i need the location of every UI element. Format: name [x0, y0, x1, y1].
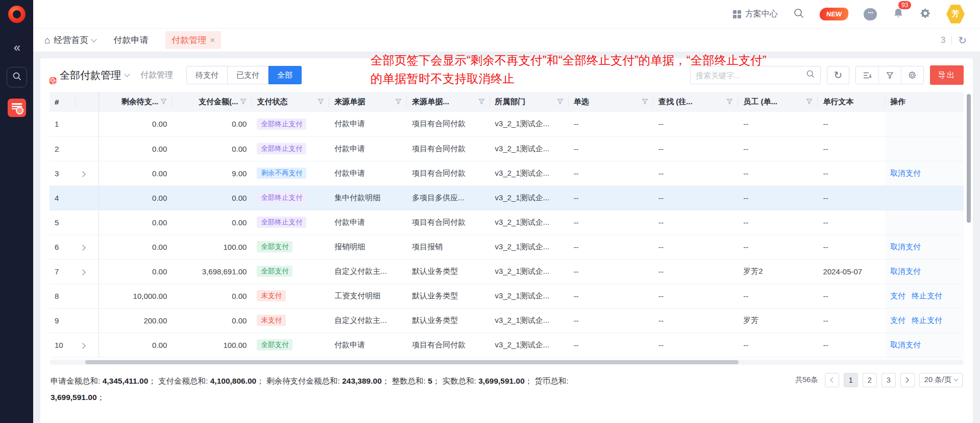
- filter-funnel-icon[interactable]: [395, 98, 402, 106]
- employee-cell: --: [738, 112, 818, 136]
- expand-cell[interactable]: [76, 161, 99, 185]
- filter-funnel-icon[interactable]: [160, 98, 167, 106]
- next-page-button[interactable]: [900, 373, 915, 387]
- refresh-page-icon[interactable]: ↻: [958, 34, 967, 46]
- tab-business-home[interactable]: ⌂ 经营首页: [44, 34, 96, 46]
- segment-待支付[interactable]: 待支付: [186, 66, 228, 84]
- view-title[interactable]: 全部付款管理: [60, 68, 121, 82]
- search-input[interactable]: [696, 71, 806, 80]
- prev-page-button[interactable]: [825, 373, 839, 387]
- filter-funnel-icon[interactable]: [806, 98, 813, 106]
- table-row[interactable]: 40.000.00全部终止支付集中付款明细多项目多供应...v3_2_1测试企.…: [50, 185, 964, 210]
- table-row[interactable]: 100.00100.00全部支付付款申请项目有合同付款v3_2_1测试企...-…: [50, 333, 964, 357]
- sidebar-search-button[interactable]: [7, 67, 27, 87]
- tab-payment-request[interactable]: 付款申请: [113, 34, 148, 46]
- column-header-department[interactable]: 所属部门: [490, 92, 569, 112]
- action-link-取消支付[interactable]: 取消支付: [890, 242, 921, 251]
- tab-payment-manage[interactable]: 付款管理 ×: [165, 31, 220, 49]
- segment-已支付[interactable]: 已支付: [228, 66, 268, 84]
- expand-cell: [76, 308, 99, 333]
- content-area: 全部付款管理 付款管理 待支付已支付全部 ↻: [33, 52, 980, 423]
- close-icon[interactable]: ×: [210, 36, 214, 45]
- employee-cell: 罗芳: [738, 308, 818, 333]
- remaining-amount-cell: 0.00: [99, 234, 173, 259]
- page-button-2[interactable]: 2: [863, 373, 877, 387]
- view-subtitle[interactable]: 付款管理: [140, 70, 173, 81]
- settings-gear-icon[interactable]: [920, 8, 931, 21]
- source-doc-cell: 自定义付款主...: [329, 308, 407, 333]
- filter-funnel-icon[interactable]: [642, 98, 648, 106]
- table-row[interactable]: 10.000.00全部终止支付付款申请项目有合同付款v3_2_1测试企...--…: [50, 112, 964, 136]
- page-size-select[interactable]: 20 条/页: [919, 373, 963, 387]
- expand-chevron-icon[interactable]: [80, 171, 86, 177]
- sort-settings-icon[interactable]: [856, 66, 878, 84]
- action-link-支付[interactable]: 支付: [890, 316, 905, 324]
- table-row[interactable]: 9200.000.00未支付自定义付款主...默认业务类型v3_2_1测试企..…: [50, 308, 964, 333]
- new-badge[interactable]: NEW: [819, 8, 849, 20]
- page-button-1[interactable]: 1: [844, 373, 858, 387]
- column-header-lookup[interactable]: 查找 (往...: [653, 92, 738, 112]
- filter-funnel-icon[interactable]: [240, 98, 247, 106]
- status-badge: 剩余不再支付: [257, 168, 306, 179]
- export-button[interactable]: 导出: [930, 65, 964, 85]
- column-header-status[interactable]: 支付状态: [252, 92, 329, 112]
- payment-status-cell: 未支付: [252, 284, 329, 308]
- column-header-radio[interactable]: 单选: [569, 92, 653, 112]
- table-row[interactable]: 50.000.00全部终止支付付款申请项目有合同付款v3_2_1测试企...--…: [50, 210, 964, 234]
- filter-icon[interactable]: [878, 66, 901, 84]
- expand-cell[interactable]: [76, 333, 99, 357]
- table-row[interactable]: 60.00100.00全部支付报销明细项目报销v3_2_1测试企...-----…: [50, 234, 964, 259]
- expand-chevron-icon[interactable]: [80, 245, 86, 250]
- message-icon[interactable]: [864, 8, 877, 20]
- column-header-remaining[interactable]: 剩余待支...: [99, 92, 173, 112]
- view-title-chevron-down-icon[interactable]: [124, 71, 130, 77]
- collapse-sidebar-icon[interactable]: «: [14, 41, 19, 54]
- expand-cell[interactable]: [76, 259, 99, 284]
- app-logo-icon[interactable]: [8, 6, 26, 23]
- action-link-终止支付[interactable]: 终止支付: [912, 316, 942, 324]
- search-icon[interactable]: [806, 69, 815, 81]
- column-header-amount[interactable]: 支付金额(...: [172, 92, 252, 112]
- expand-chevron-icon[interactable]: [80, 269, 86, 275]
- paid-amount-cell: 0.00: [172, 308, 252, 333]
- column-header-source_type[interactable]: 来源单据...: [407, 92, 489, 112]
- source-type-cell: 项目有合同付款: [407, 333, 489, 357]
- tab-business-home-label: 经营首页: [54, 34, 88, 46]
- column-header-source_doc[interactable]: 来源单据: [329, 92, 407, 112]
- page-button-3[interactable]: 3: [881, 373, 896, 387]
- expand-cell[interactable]: [76, 234, 99, 259]
- vertical-scrollbar[interactable]: [967, 94, 971, 223]
- refresh-icon: ↻: [834, 69, 843, 81]
- table-row[interactable]: 70.003,698,691.00全部支付自定义付款主...默认业务类型v3_2…: [50, 259, 964, 284]
- table-row[interactable]: 20.000.00全部终止支付付款申请项目有合同付款v3_2_1测试企...--…: [50, 136, 964, 161]
- table-row[interactable]: 810,000.000.00未支付工资支付明细默认业务类型v3_2_1测试企..…: [50, 284, 964, 308]
- department-cell: v3_2_1测试企...: [490, 136, 569, 161]
- segment-全部[interactable]: 全部: [268, 66, 302, 84]
- department-cell: v3_2_1测试企...: [490, 112, 569, 136]
- refresh-table-button[interactable]: ↻: [827, 66, 849, 84]
- action-link-取消支付[interactable]: 取消支付: [890, 267, 921, 275]
- department-cell: v3_2_1测试企...: [490, 161, 569, 185]
- action-link-支付[interactable]: 支付: [890, 291, 905, 300]
- filter-funnel-icon[interactable]: [557, 98, 564, 106]
- department-cell: v3_2_1测试企...: [490, 308, 569, 333]
- expand-chevron-icon[interactable]: [80, 343, 86, 348]
- filter-funnel-icon[interactable]: [317, 98, 324, 106]
- column-settings-gear-icon[interactable]: [901, 66, 923, 84]
- column-header-employee[interactable]: 员工 (单...: [738, 92, 818, 112]
- row-number-cell: 6: [50, 234, 76, 259]
- action-link-取消支付[interactable]: 取消支付: [890, 169, 921, 177]
- filter-funnel-icon[interactable]: [478, 98, 485, 106]
- action-link-取消支付[interactable]: 取消支付: [890, 340, 921, 349]
- lookup-cell: --: [653, 185, 738, 210]
- filter-funnel-icon[interactable]: [726, 98, 733, 106]
- solution-center-button[interactable]: 方案中心: [733, 9, 778, 19]
- top-header: 方案中心 NEW 93 芳: [33, 0, 980, 29]
- table-row[interactable]: 30.009.00剩余不再支付付款申请项目有合同付款v3_2_1测试企...--…: [50, 161, 964, 185]
- global-search-icon[interactable]: [793, 8, 804, 21]
- horizontal-scrollbar-thumb[interactable]: [85, 360, 739, 364]
- sidebar-payment-module-icon[interactable]: [8, 99, 26, 117]
- action-link-终止支付[interactable]: 终止支付: [912, 291, 942, 300]
- user-avatar[interactable]: 芳: [946, 5, 965, 24]
- notifications-button[interactable]: 93: [892, 7, 904, 21]
